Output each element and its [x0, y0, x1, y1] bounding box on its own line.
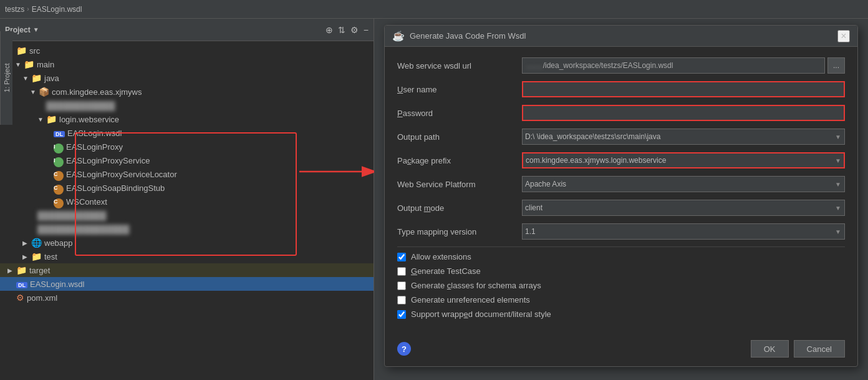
checkbox-generate-testcase: Generate TestCase: [397, 266, 845, 276]
collapse-icon[interactable]: ⇅: [338, 25, 345, 35]
label-wsdl-url: Web service wsdl url: [397, 61, 522, 71]
cancel-button[interactable]: Cancel: [794, 340, 845, 358]
generate-classes-checkbox[interactable]: [397, 281, 406, 290]
dialog-body: Web service wsdl url ........ /idea_work…: [385, 47, 857, 334]
class-icon-wscontext: C: [54, 195, 64, 208]
allow-extensions-label: Allow extensions: [411, 252, 471, 261]
label-easlogin-wsdl: EASLogin.wsdl: [67, 129, 122, 138]
label-password: Password: [397, 109, 522, 118]
tree-item-src[interactable]: ▼ 📁 src: [0, 44, 374, 57]
folder-icon-target: 📁: [16, 265, 27, 275]
label-package-prefix: Package prefix: [397, 156, 522, 165]
dialog-icon: ☕: [392, 30, 405, 42]
label-main: main: [37, 60, 54, 69]
ok-button[interactable]: OK: [751, 340, 789, 358]
folder-icon-java: 📁: [31, 73, 42, 83]
allow-extensions-checkbox[interactable]: [397, 253, 406, 261]
project-side-tab[interactable]: 1: Project: [0, 31, 12, 125]
tree-item-package-root[interactable]: ▼ 📦 com.kingdee.eas.xjmyws: [0, 85, 374, 99]
tree-item-main[interactable]: ▼ 📁 main: [0, 57, 374, 71]
folder-icon-src: 📁: [16, 46, 27, 56]
output-path-control: D:\ \idea_workspace\testzs\src\main\java…: [522, 129, 845, 145]
divider: [397, 246, 845, 247]
tree-item-easlogin-root[interactable]: DL EASLogin.wsdl: [0, 277, 374, 291]
arrow-test: ▶: [22, 253, 30, 260]
arrow-main: ▼: [15, 61, 22, 68]
add-icon[interactable]: ⊕: [326, 25, 333, 35]
dialog-footer: ? OK Cancel: [385, 334, 857, 366]
package-prefix-select-wrap: com.kingdee.eas.xjmyws.login.webservice …: [522, 152, 845, 168]
platform-select[interactable]: Apache Axis JAX-WS: [522, 176, 845, 192]
panel-header-right: ⊕ ⇅ ⚙ −: [326, 25, 369, 35]
support-wrapped-checkbox[interactable]: [397, 310, 406, 319]
form-row-wsdl-url: Web service wsdl url ........ /idea_work…: [397, 57, 845, 74]
package-icon-login-ws: 📁: [46, 114, 57, 124]
password-control: [522, 105, 845, 121]
class-icon-locator: C: [54, 168, 64, 181]
help-button[interactable]: ?: [397, 342, 411, 356]
tree-item-java[interactable]: ▼ 📁 java: [0, 71, 374, 85]
form-row-output-mode: Output mode client server ▼: [397, 199, 845, 217]
tree-item-test[interactable]: ▶ 📁 test: [0, 250, 374, 263]
tree-item-blurred1[interactable]: ████████████: [0, 99, 374, 112]
label-test: test: [44, 252, 57, 261]
output-path-select-wrap: D:\ \idea_workspace\testzs\src\main\java…: [522, 129, 845, 145]
close-button[interactable]: ×: [837, 30, 850, 42]
label-type-mapping: Type mapping version: [397, 227, 522, 236]
tree-item-easlogin-proxyservicelocator[interactable]: C EASLoginProxyServiceLocator: [0, 167, 374, 181]
minimize-icon[interactable]: −: [364, 25, 369, 35]
wsdl-url-display: ........ /idea_workspace/testzs/EASLogin…: [522, 57, 825, 74]
label-wscontext: WSContext: [66, 197, 107, 207]
output-mode-select[interactable]: client server: [522, 200, 845, 216]
form-row-type-mapping: Type mapping version 1.1 1.0 1.2 ▼: [397, 223, 845, 240]
tree-item-webapp[interactable]: ▶ 🌐 webapp: [0, 236, 374, 250]
label-output-mode: Output mode: [397, 203, 522, 213]
wsdl-url-blurred-part: ........: [526, 61, 543, 70]
tree-item-blurred2[interactable]: ████████████: [0, 208, 374, 222]
arrow-pkg-root: ▼: [30, 89, 37, 95]
dialog-titlebar: ☕ Generate Java Code From Wsdl ×: [385, 26, 857, 47]
package-prefix-select[interactable]: com.kingdee.eas.xjmyws.login.webservice: [522, 152, 845, 168]
arrow-webapp: ▶: [22, 240, 30, 246]
output-mode-select-wrap: client server ▼: [522, 200, 845, 216]
arrow-target: ▶: [7, 267, 15, 274]
dialog-footer-right: OK Cancel: [751, 340, 845, 358]
tree-item-easlogin-soapbinding[interactable]: C EASLoginSoapBindingStub: [0, 181, 374, 195]
tree-item-wscontext[interactable]: C WSContext: [0, 195, 374, 208]
project-panel: Project ▼ ⊕ ⇅ ⚙ − ▼ 📁 src ▼: [0, 19, 374, 380]
tree-item-login-webservice[interactable]: ▼ 📁 login.webservice: [0, 112, 374, 126]
panel-header: Project ▼ ⊕ ⇅ ⚙ −: [0, 19, 374, 41]
checkbox-support-wrapped: Support wrapped document/literal style: [397, 309, 845, 319]
type-mapping-select[interactable]: 1.1 1.0 1.2: [522, 223, 845, 240]
tree-item-pom[interactable]: ⚙ pom.xml: [0, 291, 374, 304]
password-input[interactable]: [522, 105, 845, 121]
browse-button[interactable]: ...: [827, 57, 845, 74]
settings-icon[interactable]: ⚙: [350, 25, 359, 35]
label-blurred2: ████████████: [37, 211, 107, 220]
dropdown-icon[interactable]: ▼: [33, 26, 39, 33]
generate-unreferenced-checkbox[interactable]: [397, 296, 406, 304]
generate-testcase-checkbox[interactable]: [397, 267, 406, 276]
label-easlogin-root: EASLogin.wsdl: [30, 280, 84, 289]
dialog-title: Generate Java Code From Wsdl: [410, 31, 526, 41]
tree-item-easlogin-proxy[interactable]: I EASLoginProxy: [0, 140, 374, 153]
output-mode-control: client server ▼: [522, 200, 845, 216]
tree-item-target[interactable]: ▶ 📁 target: [0, 263, 374, 277]
arrow-java: ▼: [22, 75, 30, 82]
interface-icon-proxy: I: [54, 140, 64, 153]
form-row-package-prefix: Package prefix com.kingdee.eas.xjmyws.lo…: [397, 152, 845, 169]
output-path-select[interactable]: D:\ \idea_workspace\testzs\src\main\java: [522, 129, 845, 145]
label-platform: Web Service Platform: [397, 180, 522, 189]
tree-item-easlogin-proxyservice[interactable]: I EASLoginProxyService: [0, 153, 374, 167]
label-pom: pom.xml: [27, 293, 57, 303]
username-input[interactable]: [522, 81, 845, 97]
label-src: src: [29, 46, 40, 56]
support-wrapped-label: Support wrapped document/literal style: [411, 309, 551, 319]
package-icon-root: 📦: [39, 87, 49, 97]
dialog-title-left: ☕ Generate Java Code From Wsdl: [392, 30, 526, 42]
form-row-platform: Web Service Platform Apache Axis JAX-WS …: [397, 175, 845, 193]
tree-item-easlogin-wsdl[interactable]: DL EASLogin.wsdl: [0, 126, 374, 140]
folder-icon-webapp: 🌐: [31, 238, 42, 248]
label-java: java: [44, 74, 59, 83]
tree-item-blurred3[interactable]: ████████████████: [0, 222, 374, 236]
